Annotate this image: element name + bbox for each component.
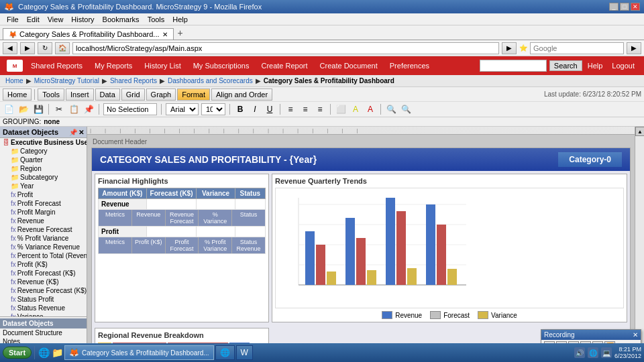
nav-help[interactable]: Help [584,62,607,70]
menu-tools[interactable]: Tools [144,15,169,23]
mstr-search-input[interactable] [480,60,547,72]
toolbar-insert[interactable]: Insert [66,88,94,101]
underline-icon[interactable]: U [264,103,276,115]
nav-my-reports[interactable]: My Reports [89,60,138,72]
tree-item-profit[interactable]: fx Profit [0,190,87,199]
font-size-selector[interactable]: 10 [201,103,225,115]
panel-pin-icon[interactable]: 📌 [69,129,77,136]
home-nav-button[interactable]: 🏠 [55,42,70,54]
fill-color-icon[interactable]: A [350,103,362,115]
zoom-in-icon[interactable]: 🔍 [400,103,412,115]
align-right-icon[interactable]: ≡ [314,103,326,115]
bold-icon[interactable]: B [234,103,246,115]
tree-item-subcategory[interactable]: 📁 Subcategory [0,173,87,182]
tray-pc-icon[interactable]: 💻 [601,347,612,358]
tree-item-profit-forecast-ks[interactable]: fx Profit Forecast (K$) [0,269,87,278]
close-button[interactable]: ✕ [631,3,640,11]
tab-close-icon[interactable]: ✕ [162,31,168,38]
tree-item-pct-profit-var[interactable]: fx % Profit Variance [0,234,87,243]
taskbar-office-item[interactable]: W [236,345,253,360]
zoom-out-icon[interactable]: 🔍 [385,103,397,115]
forward-button[interactable]: ▶ [20,42,35,54]
toolbar-home[interactable]: Home [3,88,32,101]
reload-button[interactable]: ↻ [38,42,52,54]
tray-network-icon[interactable]: 🌐 [588,347,598,358]
font-selector[interactable]: Arial [166,103,199,115]
doc-structure-item[interactable]: Document Structure [0,328,87,337]
tree-item-revenue-forecast[interactable]: fx Revenue Forecast [0,225,87,234]
mstr-logo: M [5,58,24,73]
menu-edit[interactable]: Edit [23,15,44,23]
recording-close-icon[interactable]: ✕ [633,331,638,339]
toolbar-data[interactable]: Data [95,88,120,101]
menu-help[interactable]: Help [168,15,192,23]
tray-sound-icon[interactable]: 🔊 [574,347,585,358]
nav-my-subscriptions[interactable]: My Subscriptions [188,60,255,72]
tree-item-revenue[interactable]: fx Revenue [0,217,87,225]
right-scrollbar[interactable]: ▲ ▼ [635,127,644,355]
tree-item-pct-total-rev[interactable]: fx Percent to Total (Revenue) [0,251,87,260]
toolbar-tools[interactable]: Tools [38,88,64,101]
toolbar-format[interactable]: Format [177,88,210,101]
scroll-up-button[interactable]: ▲ [635,127,644,136]
save-icon[interactable]: 💾 [32,103,44,115]
new-tab-button[interactable]: + [174,26,187,40]
taskbar-icon-folder[interactable]: 📁 [51,347,63,359]
search-go-button[interactable]: ▶ [627,42,641,54]
breadcrumb-dashboards[interactable]: Dashboards and Scorecards [168,77,253,84]
breadcrumb-home[interactable]: Home [5,77,23,84]
tree-item-dataset[interactable]: 🗄 Executive Business User Data [0,138,87,147]
menu-bookmarks[interactable]: Bookmarks [99,15,144,23]
search-input[interactable] [530,42,624,54]
nav-preferences[interactable]: Preferences [384,60,435,72]
tree-item-quarter[interactable]: 📁 Quarter [0,156,87,164]
tree-item-profit-margin[interactable]: fx Profit Margin [0,208,87,217]
back-button[interactable]: ◀ [3,42,17,54]
tree-item-revenue-forecast-ks[interactable]: fx Revenue Forecast (K$) [0,286,87,295]
italic-icon[interactable]: I [249,103,261,115]
tree-item-year[interactable]: 📁 Year [0,182,87,190]
tree-item-status-profit[interactable]: fx Status Profit [0,295,87,304]
tree-item-region[interactable]: 📁 Region [0,164,87,173]
taskbar-icon-ie[interactable]: 🌐 [38,347,50,359]
nav-shared-reports[interactable]: Shared Reports [25,60,88,72]
paste-icon[interactable]: 📌 [83,103,95,115]
breadcrumb-tutorial[interactable]: MicroStrategy Tutorial [34,77,99,84]
nav-create-report[interactable]: Create Report [256,60,313,72]
address-input[interactable] [72,42,499,54]
panel-close-icon[interactable]: ✕ [78,129,84,136]
taskbar-mstr-item[interactable]: 🦊 Category Sales & Profitability Dashboa… [64,345,214,360]
border-icon[interactable]: ⬜ [335,103,347,115]
nav-logout[interactable]: Logout [608,62,639,70]
maximize-button[interactable]: □ [620,3,629,11]
taskbar-ie-item[interactable]: 🌐 [215,345,235,360]
open-icon[interactable]: 📂 [17,103,30,115]
breadcrumb-shared-reports[interactable]: Shared Reports [110,77,157,84]
tree-item-status-revenue[interactable]: fx Status Revenue [0,304,87,312]
tree-item-pct-var-rev[interactable]: fx % Variance Revenue [0,243,87,251]
menu-history[interactable]: History [67,15,98,23]
toolbar-graph[interactable]: Graph [146,88,176,101]
dataset-objects-section[interactable]: Dataset Objects [0,318,87,328]
minimize-button[interactable]: _ [609,3,619,11]
tree-item-category[interactable]: 📁 Category [0,147,87,156]
mstr-search-button[interactable]: Search [549,60,582,71]
copy-icon[interactable]: 📋 [68,103,80,115]
menu-file[interactable]: File [3,15,23,23]
nav-create-document[interactable]: Create Document [315,60,383,72]
align-center-icon[interactable]: ≡ [299,103,311,115]
tree-item-profit-forecast[interactable]: fx Profit Forecast [0,199,87,208]
toolbar-grid[interactable]: Grid [121,88,145,101]
new-icon[interactable]: 📄 [3,103,15,115]
browser-tab[interactable]: 🦊 Category Sales & Profitability Dashboa… [3,28,174,40]
start-button[interactable]: Start [3,347,32,359]
tree-item-revenue-ks[interactable]: fx Revenue (K$) [0,278,87,286]
tree-item-profit-ks[interactable]: fx Profit (K$) [0,260,87,269]
go-button[interactable]: ▶ [502,42,517,54]
nav-history-list[interactable]: History List [139,60,186,72]
toolbar-align[interactable]: Align and Order [211,88,272,101]
cut-icon[interactable]: ✂ [53,103,65,115]
align-left-icon[interactable]: ≡ [284,103,297,115]
font-color-icon[interactable]: A [364,103,376,115]
menu-view[interactable]: View [44,15,68,23]
